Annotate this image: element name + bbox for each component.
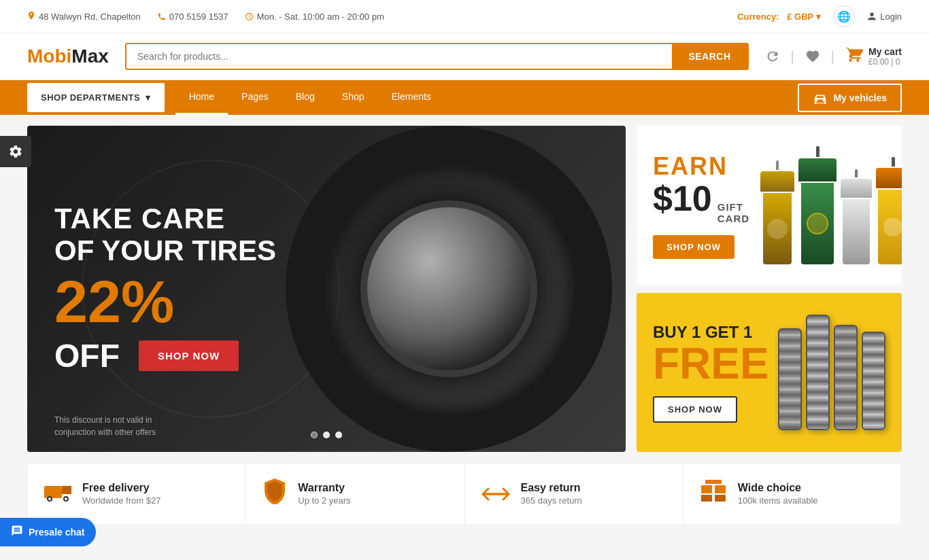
delivery-icon [44,480,71,508]
header-icons: | | My cart £0.00 | 0 [765,46,902,67]
hero-off: OFF [54,337,120,374]
earn-shop-button[interactable]: SHOP NOW [653,235,734,259]
address-item: 48 Walwyn Rd, Chapelton [27,12,141,22]
currency-selector[interactable]: Currency: £ GBP ▾ [737,12,821,22]
right-banners: EARN $10 GIFT CARD SHOP NOW [637,126,902,452]
language-button[interactable]: 🌐 [833,5,855,27]
main-content: TAKE CARE OF YOUR TIRES 22% OFF SHOP NOW… [0,126,929,452]
earn-text: EARN [653,152,749,181]
hero-content: TAKE CARE OF YOUR TIRES 22% OFF SHOP NOW [27,176,303,401]
warranty-icon [263,477,287,510]
hero-banner: TAKE CARE OF YOUR TIRES 22% OFF SHOP NOW… [27,126,626,452]
logo[interactable]: MobiMax [27,46,109,67]
nav-links: Home Pages Blog Shop Elements [175,80,798,115]
svg-rect-10 [705,480,722,484]
navbar: SHOP DEPARTMENTS ▾ Home Pages Blog Shop … [0,80,929,115]
login-link[interactable]: Login [867,12,902,22]
free-text: FREE [653,342,770,385]
banner-springs: BUY 1 GET 1 FREE SHOP NOW [637,293,902,452]
refresh-button[interactable] [765,49,780,64]
presale-chat[interactable]: Presale chat [0,518,96,536]
svg-point-5 [65,497,67,500]
banner-earn: EARN $10 GIFT CARD SHOP NOW [637,126,902,285]
svg-rect-7 [715,485,726,493]
chat-icon [11,525,23,536]
hero-title-line1: TAKE CARE [54,203,276,234]
topbar: 48 Walwyn Rd, Chapelton 070 5159 1537 Mo… [0,0,929,33]
nav-pages[interactable]: Pages [228,80,282,115]
cart-icon [845,46,863,67]
wishlist-button[interactable] [805,49,820,64]
search-bar: SEARCH [125,43,749,70]
feature-bar: Free delivery Worldwide from $27 Warrant… [27,463,902,525]
svg-marker-1 [62,486,71,494]
springs-visual [778,315,885,430]
hero-disclaimer: This discount is not valid in conjunctio… [54,414,156,438]
svg-rect-8 [701,495,712,502]
settings-gear[interactable] [0,136,31,167]
oil-bottles [760,146,902,264]
topbar-right: Currency: £ GBP ▾ 🌐 Login [737,5,902,27]
phone-item: 070 5159 1537 [157,12,229,22]
hero-discount: 22% [54,272,276,332]
my-vehicles-button[interactable]: My vehicles [798,84,902,112]
hero-shop-button[interactable]: SHOP NOW [139,340,239,371]
carousel-dot-2[interactable] [323,432,330,438]
warehouse-icon [700,478,727,509]
return-icon [482,480,510,508]
svg-point-3 [48,497,51,500]
header: MobiMax SEARCH | | My cart £0.00 | 0 [0,33,929,80]
nav-blog[interactable]: Blog [282,80,328,115]
search-input[interactable] [126,44,673,69]
springs-shop-button[interactable]: SHOP NOW [653,396,737,423]
feature-free-delivery: Free delivery Worldwide from $27 [28,463,246,524]
feature-easy-return: Easy return 365 days return [465,463,683,524]
svg-rect-0 [44,486,62,498]
nav-shop[interactable]: Shop [328,80,378,115]
search-button[interactable]: SEARCH [672,44,747,69]
carousel-dots [311,432,342,438]
carousel-dot-1[interactable] [311,432,318,438]
nav-home[interactable]: Home [175,80,228,115]
svg-rect-6 [701,485,712,493]
shop-departments-button[interactable]: SHOP DEPARTMENTS ▾ [27,83,165,112]
earn-amount: $10 [653,181,712,216]
hours-item: Mon. - Sat. 10:00 am - 20:00 pm [245,12,384,22]
tire-decoration [286,126,612,452]
feature-warranty: Warranty Up to 2 years [246,463,464,524]
carousel-dot-3[interactable] [335,432,342,438]
topbar-left: 48 Walwyn Rd, Chapelton 070 5159 1537 Mo… [27,12,384,22]
nav-elements[interactable]: Elements [378,80,445,115]
feature-wide-choice: Wide choice 100k items available [683,463,901,524]
hero-title-line2: OF YOUR TIRES [54,235,276,266]
cart-button[interactable]: My cart £0.00 | 0 [845,46,902,67]
svg-rect-9 [715,495,726,502]
